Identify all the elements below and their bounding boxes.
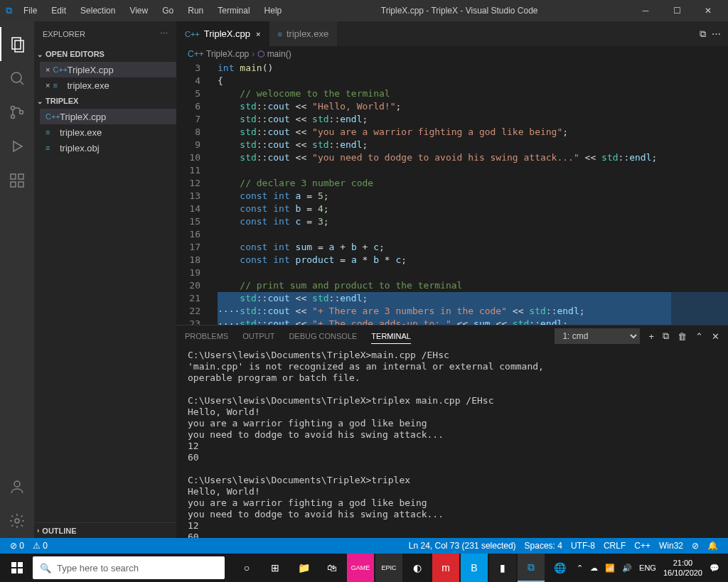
code-line[interactable]: std::cout << "you are a warrior fighting…	[218, 126, 728, 139]
menu-edit[interactable]: Edit	[46, 3, 72, 18]
status-item[interactable]: Ln 24, Col 73 (231 selected)	[405, 541, 520, 551]
epic-games-icon[interactable]: EPIC	[375, 554, 402, 582]
tree-item[interactable]: ≡triplex.obj	[40, 140, 176, 156]
source-control-icon[interactable]	[0, 95, 34, 129]
panel-tab-problems[interactable]: PROBLEMS	[185, 329, 228, 343]
sidebar-more-icon[interactable]: ⋯	[160, 29, 168, 38]
tree-item[interactable]: C++TripleX.cpp	[40, 109, 176, 124]
cortana-icon[interactable]: ○	[233, 554, 260, 582]
more-actions-icon[interactable]: ⋯	[712, 28, 721, 40]
code-line[interactable]: const int b = 4;	[218, 203, 728, 215]
menu-go[interactable]: Go	[156, 3, 179, 18]
status-item[interactable]: ⚠ 0	[28, 541, 52, 551]
code-line[interactable]: int main()	[218, 62, 728, 75]
panel-tab-terminal[interactable]: TERMINAL	[371, 329, 411, 344]
status-item[interactable]: 🔔	[703, 541, 722, 551]
gamebar-icon[interactable]: GAME	[347, 554, 374, 582]
code-line[interactable]: std::cout << "you need to dodge to avoid…	[218, 151, 728, 164]
minimap[interactable]	[671, 62, 728, 325]
status-item[interactable]: UTF-8	[567, 541, 599, 551]
chevron-up-icon[interactable]: ⌃	[695, 331, 703, 342]
minimize-button[interactable]: ─	[631, 6, 660, 16]
code-line[interactable]: std::cout << std::endl;	[218, 113, 728, 126]
editor-tab[interactable]: ≡triplex.exe	[269, 21, 338, 46]
code-line[interactable]: ····std::cout << "+ There are 3 numbers …	[218, 305, 728, 318]
chrome-icon[interactable]: 🌐	[546, 554, 573, 582]
split-editor-icon[interactable]: ⧉	[700, 28, 706, 40]
wifi-icon[interactable]: 📶	[605, 564, 615, 573]
status-item[interactable]: CRLF	[599, 541, 630, 551]
language-icon[interactable]: ENG	[639, 564, 656, 572]
vscode-taskbar-icon[interactable]: ⧉	[518, 554, 545, 582]
menu-file[interactable]: File	[18, 3, 43, 18]
terminal-select[interactable]: 1: cmd	[555, 328, 640, 344]
open-editors-header[interactable]: ⌄ OPEN EDITORS	[34, 46, 176, 62]
settings-icon[interactable]	[0, 504, 34, 538]
start-button[interactable]	[3, 554, 31, 582]
new-terminal-icon[interactable]: +	[648, 331, 654, 342]
status-item[interactable]: C++	[630, 541, 655, 551]
status-item[interactable]: Win32	[655, 541, 687, 551]
status-item[interactable]: ⊘ 0	[6, 541, 28, 551]
file-explorer-icon[interactable]: 📁	[290, 554, 317, 582]
code-line[interactable]: // print sum and product to the terminal	[218, 279, 728, 292]
code-editor[interactable]: 3456789101112131415161718192021222324252…	[176, 62, 728, 325]
close-panel-icon[interactable]: ✕	[712, 331, 719, 342]
terminal-output[interactable]: C:\Users\lewis\Documents\TripleX>main.cp…	[176, 347, 728, 538]
code-line[interactable]: const int a = 5;	[218, 190, 728, 203]
tray-chevron-icon[interactable]: ⌃	[577, 564, 583, 573]
task-view-icon[interactable]: ⊞	[262, 554, 289, 582]
taskbar-search[interactable]: 🔍 Type here to search	[33, 556, 225, 579]
code-line[interactable]: ····std::cout << "+ The code adds-up to:…	[218, 318, 728, 325]
panel-tab-debug-console[interactable]: DEBUG CONSOLE	[289, 329, 357, 343]
explorer-icon[interactable]	[0, 27, 34, 61]
code-line[interactable]: const int product = a * b * c;	[218, 254, 728, 266]
trash-icon[interactable]: 🗑	[678, 331, 687, 342]
code-line[interactable]: const int c = 3;	[218, 215, 728, 228]
open-editor-item[interactable]: ×≡triplex.exe	[40, 77, 176, 93]
search-icon[interactable]	[0, 61, 34, 95]
notifications-icon[interactable]: 💬	[710, 564, 719, 573]
code-line[interactable]: // welocome to the terminal	[218, 87, 728, 100]
code-line[interactable]: std::cout << std::endl;	[218, 292, 728, 305]
code-line[interactable]	[218, 266, 728, 279]
close-icon[interactable]: ×	[46, 65, 50, 74]
menu-help[interactable]: Help	[259, 3, 288, 18]
breadcrumb-file[interactable]: TripleX.cpp	[206, 49, 249, 59]
breadcrumb-symbol[interactable]: main()	[267, 49, 291, 59]
menu-run[interactable]: Run	[182, 3, 209, 18]
app-icon[interactable]: B	[461, 554, 488, 582]
menu-terminal[interactable]: Terminal	[212, 3, 255, 18]
run-debug-icon[interactable]	[0, 129, 34, 163]
breadcrumbs[interactable]: C++ TripleX.cpp › ⬡ main()	[176, 46, 728, 62]
store-icon[interactable]: 🛍	[318, 554, 346, 582]
maximize-button[interactable]: ☐	[663, 6, 691, 16]
editor-tab[interactable]: C++TripleX.cpp×	[176, 21, 269, 46]
code-line[interactable]: {	[218, 75, 728, 87]
outline-header[interactable]: › OUTLINE	[34, 522, 176, 538]
close-button[interactable]: ✕	[694, 6, 722, 16]
code-line[interactable]: std::cout << "Hello, World!";	[218, 100, 728, 113]
code-line[interactable]: // declare 3 number code	[218, 177, 728, 190]
code-line[interactable]: std::cout << std::endl;	[218, 139, 728, 151]
code-line[interactable]	[218, 228, 728, 241]
code-line[interactable]: const int sum = a + b + c;	[218, 241, 728, 254]
panel-tab-output[interactable]: OUTPUT	[242, 329, 274, 343]
status-item[interactable]: Spaces: 4	[520, 541, 567, 551]
close-icon[interactable]: ×	[46, 81, 50, 90]
megasync-icon[interactable]: m	[432, 554, 459, 582]
volume-icon[interactable]: 🔊	[622, 564, 632, 573]
close-tab-icon[interactable]: ×	[256, 30, 260, 38]
split-terminal-icon[interactable]: ⧉	[663, 330, 669, 342]
menu-view[interactable]: View	[124, 3, 154, 18]
tree-item[interactable]: ≡triplex.exe	[40, 124, 176, 140]
steam-icon[interactable]: ◐	[404, 554, 431, 582]
open-editor-item[interactable]: ×C++TripleX.cpp	[40, 62, 176, 77]
extensions-icon[interactable]	[0, 163, 34, 198]
menu-selection[interactable]: Selection	[75, 3, 121, 18]
onedrive-icon[interactable]: ☁	[590, 564, 598, 573]
status-item[interactable]: ⊘	[687, 541, 703, 551]
project-header[interactable]: ⌄ TRIPLEX	[34, 93, 176, 109]
cmd-icon[interactable]: ▮	[489, 554, 516, 582]
account-icon[interactable]	[0, 470, 34, 504]
